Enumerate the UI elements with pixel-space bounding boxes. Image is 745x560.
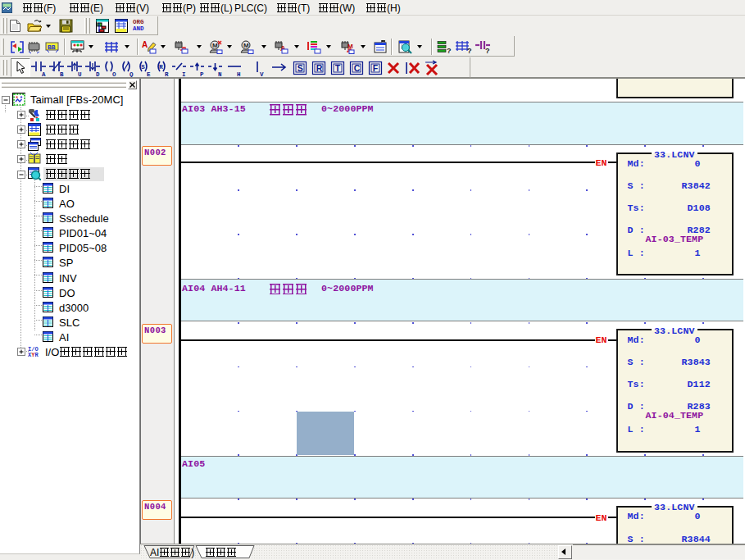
svg-text:F: F bbox=[373, 63, 379, 73]
svg-text:T: T bbox=[335, 63, 341, 73]
svg-text:C: C bbox=[354, 63, 361, 73]
svg-text:Q: Q bbox=[129, 71, 134, 77]
svg-text:D: D bbox=[96, 71, 100, 77]
svg-text:?: ? bbox=[485, 47, 490, 54]
svg-text:BB: BB bbox=[48, 43, 56, 51]
svg-text:H: H bbox=[237, 71, 241, 77]
svg-text:R: R bbox=[165, 71, 169, 77]
svg-text:S: S bbox=[141, 63, 145, 71]
svg-text:R: R bbox=[159, 63, 163, 71]
svg-text:V: V bbox=[260, 71, 264, 77]
svg-text:B: B bbox=[60, 71, 64, 77]
svg-text:A: A bbox=[42, 71, 46, 77]
svg-text:M: M bbox=[212, 42, 218, 49]
svg-text:R: R bbox=[316, 63, 323, 73]
svg-text:?: ? bbox=[447, 47, 452, 54]
svg-text:O: O bbox=[112, 71, 116, 77]
svg-text:U: U bbox=[78, 71, 82, 77]
svg-text:E: E bbox=[147, 71, 151, 77]
svg-text:?: ? bbox=[467, 47, 472, 54]
svg-text:P: P bbox=[200, 71, 204, 77]
svg-text:S: S bbox=[298, 63, 303, 73]
svg-text:N: N bbox=[218, 71, 222, 77]
svg-text:I: I bbox=[182, 71, 186, 77]
svg-text:M: M bbox=[243, 42, 249, 49]
svg-text:A: A bbox=[142, 40, 148, 49]
